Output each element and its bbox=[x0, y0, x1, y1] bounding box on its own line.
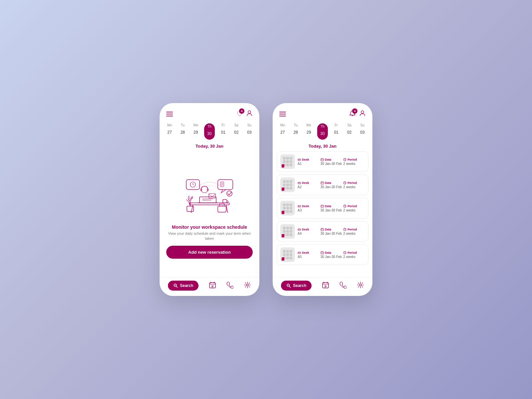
svg-rect-10 bbox=[218, 180, 233, 190]
r-cal-day-su[interactable]: Su 03 bbox=[358, 123, 367, 140]
reservation-info-a2: Desk Data PeriodA230 Jan-30 Feb2 weeks bbox=[298, 181, 365, 189]
r-cal-day-fr[interactable]: Fr 01 bbox=[332, 123, 341, 140]
data-label: Data bbox=[321, 158, 342, 161]
desk-thumbnail-a1 bbox=[280, 154, 295, 169]
cal-day-th-active[interactable]: Th 30 bbox=[204, 123, 215, 140]
user-profile-icon[interactable] bbox=[246, 110, 253, 118]
period-label: Period bbox=[343, 181, 365, 185]
left-bottom-nav: Search bbox=[160, 277, 259, 296]
desk-thumbnail-a4 bbox=[280, 224, 295, 239]
reservation-info-a3: Desk Data PeriodA330 Jan-30 Feb2 weeks bbox=[298, 204, 365, 212]
right-header-icons: 4 bbox=[349, 110, 366, 118]
desk-thumbnail-a2 bbox=[280, 178, 295, 192]
period-value: 2 weeks bbox=[343, 208, 365, 212]
data-value: 30 Jan-30 Feb bbox=[321, 185, 342, 189]
svg-rect-38 bbox=[298, 159, 301, 161]
right-phone: 4 Mo 27 Tu 28 We 29 bbox=[273, 103, 372, 296]
reservation-item-a1[interactable]: Desk Data PeriodA130 Jan-30 Feb2 weeks bbox=[277, 151, 368, 172]
right-notification-bell-wrapper: 4 bbox=[349, 110, 356, 118]
r-cal-day-we[interactable]: We 29 bbox=[304, 123, 314, 140]
desk-thumbnail-a3 bbox=[280, 201, 295, 215]
reservations-list: Desk Data PeriodA130 Jan-30 Feb2 weeks D… bbox=[273, 151, 372, 277]
svg-line-55 bbox=[345, 183, 345, 183]
desk-label: Desk bbox=[298, 181, 319, 185]
r-cal-day-sa[interactable]: Sa 02 bbox=[345, 123, 354, 140]
search-icon-left bbox=[173, 283, 178, 288]
add-reservation-button[interactable]: Add new reservation bbox=[166, 246, 253, 259]
search-icon-right bbox=[286, 283, 291, 288]
desk-thumbnail-a5 bbox=[280, 247, 295, 262]
search-button-left[interactable]: Search bbox=[168, 281, 199, 291]
right-hamburger-menu-icon[interactable] bbox=[279, 112, 286, 116]
reservation-item-a5[interactable]: Desk Data PeriodA530 Jan-30 Feb2 weeks bbox=[277, 244, 368, 265]
calendar-strip: Mo 27 Tu 28 We 29 Th 30 Fr 01 Sa 02 bbox=[160, 122, 259, 142]
hamburger-menu-icon[interactable] bbox=[166, 112, 173, 116]
desk-label: Desk bbox=[298, 228, 319, 231]
svg-line-82 bbox=[345, 253, 345, 253]
cal-day-su[interactable]: Su 03 bbox=[245, 123, 254, 140]
desk-label: Desk bbox=[298, 158, 319, 161]
data-label: Data bbox=[321, 204, 342, 208]
settings-nav-icon[interactable] bbox=[244, 281, 251, 290]
data-value: 30 Jan-30 Feb bbox=[321, 208, 342, 212]
svg-line-46 bbox=[345, 160, 345, 160]
cal-day-mo[interactable]: Mo 27 bbox=[165, 123, 174, 140]
svg-point-0 bbox=[248, 111, 251, 113]
notification-badge: 4 bbox=[239, 108, 244, 114]
svg-rect-8 bbox=[223, 200, 227, 203]
svg-rect-65 bbox=[298, 229, 301, 230]
svg-rect-27 bbox=[218, 206, 226, 212]
right-calendar-nav-icon[interactable] bbox=[322, 281, 329, 290]
svg-point-26 bbox=[188, 196, 190, 198]
period-label: Period bbox=[343, 204, 365, 208]
svg-rect-49 bbox=[321, 182, 324, 184]
period-label: Period bbox=[343, 228, 365, 231]
reservation-item-a3[interactable]: Desk Data PeriodA330 Jan-30 Feb2 weeks bbox=[277, 198, 368, 218]
data-value: 30 Jan-30 Feb bbox=[321, 255, 342, 259]
cal-day-sa[interactable]: Sa 02 bbox=[232, 123, 241, 140]
illustration-subtitle: View your daily schedule and mark your t… bbox=[166, 231, 253, 241]
svg-line-64 bbox=[345, 206, 345, 206]
desk-value: A4 bbox=[298, 232, 319, 235]
calendar-nav-icon[interactable] bbox=[209, 281, 216, 290]
svg-rect-56 bbox=[298, 205, 301, 207]
data-value: 30 Jan-30 Feb bbox=[321, 162, 342, 166]
svg-rect-1 bbox=[190, 203, 229, 205]
cal-day-we[interactable]: We 29 bbox=[191, 123, 200, 140]
header-icons: ♡ 4 bbox=[237, 110, 253, 118]
svg-rect-74 bbox=[298, 252, 301, 254]
svg-rect-67 bbox=[321, 228, 324, 231]
period-value: 2 weeks bbox=[343, 162, 365, 166]
r-cal-day-th-active[interactable]: Th 30 bbox=[317, 123, 328, 140]
phone-nav-icon[interactable] bbox=[226, 281, 233, 290]
svg-point-36 bbox=[246, 284, 248, 286]
right-bottom-nav: Search bbox=[273, 277, 372, 296]
svg-rect-58 bbox=[321, 205, 324, 207]
right-phone-nav-icon[interactable] bbox=[339, 281, 346, 290]
left-phone: ♡ 4 Mo 27 Tu 28 W bbox=[160, 103, 259, 296]
reservation-info-a5: Desk Data PeriodA530 Jan-30 Feb2 weeks bbox=[298, 251, 365, 259]
reservation-item-a4[interactable]: Desk Data PeriodA430 Jan-30 Feb2 weeks bbox=[277, 221, 368, 242]
phones-container: ♡ 4 Mo 27 Tu 28 W bbox=[160, 103, 372, 296]
workspace-illustration bbox=[180, 170, 239, 221]
r-cal-day-tu[interactable]: Tu 28 bbox=[291, 123, 300, 140]
desk-label: Desk bbox=[298, 251, 319, 254]
desk-value: A5 bbox=[298, 255, 319, 259]
search-button-right[interactable]: Search bbox=[281, 281, 312, 291]
svg-rect-47 bbox=[298, 182, 301, 184]
r-cal-day-mo[interactable]: Mo 27 bbox=[278, 123, 287, 140]
svg-point-37 bbox=[361, 111, 364, 113]
cal-day-tu[interactable]: Tu 28 bbox=[178, 123, 187, 140]
cal-day-fr[interactable]: Fr 01 bbox=[218, 123, 228, 140]
svg-line-19 bbox=[193, 185, 194, 185]
right-user-profile-icon[interactable] bbox=[359, 110, 366, 118]
reservation-info-a4: Desk Data PeriodA430 Jan-30 Feb2 weeks bbox=[298, 228, 365, 235]
svg-point-90 bbox=[325, 285, 326, 287]
svg-point-15 bbox=[227, 191, 232, 196]
svg-rect-4 bbox=[200, 197, 216, 203]
svg-rect-76 bbox=[321, 252, 324, 254]
right-settings-nav-icon[interactable] bbox=[357, 281, 364, 290]
svg-point-20 bbox=[201, 186, 208, 193]
reservation-item-a2[interactable]: Desk Data PeriodA230 Jan-30 Feb2 weeks bbox=[277, 175, 368, 195]
right-phone-header: 4 bbox=[273, 110, 372, 122]
